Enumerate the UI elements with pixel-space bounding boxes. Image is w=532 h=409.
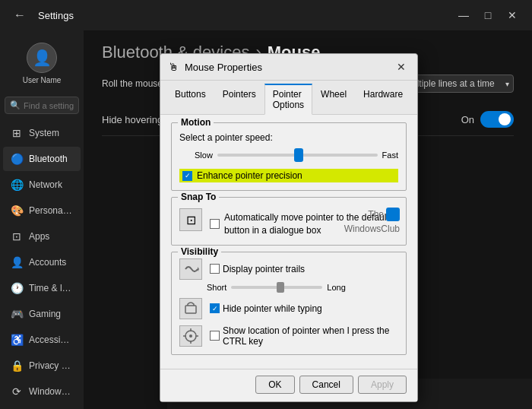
ctrl-row: Show location of pointer when I press th… <box>179 325 398 347</box>
sidebar-item-label: Gaming <box>29 309 61 319</box>
dialog-tabs: Buttons Pointers Pointer Options Wheel H… <box>160 81 417 115</box>
accessibility-icon: ♿ <box>11 334 23 346</box>
windows-update-icon: ⟳ <box>11 385 23 398</box>
content-area: Bluetooth & devices › Mouse Roll the mou… <box>84 30 532 409</box>
speed-track <box>217 154 378 157</box>
minimize-button[interactable]: — <box>453 5 474 26</box>
sidebar-item-windows-update[interactable]: ⟳ Windows Update <box>3 379 81 404</box>
sidebar: 👤 User Name 🔍 ⊞ System 🔵 Bluetooth 🌐 Net… <box>0 30 84 409</box>
ctrl-icon <box>179 325 202 347</box>
motion-section: Motion Select a pointer speed: Slow Fast <box>171 122 407 191</box>
snap-icon: ⊡ <box>179 208 202 231</box>
cancel-button[interactable]: Cancel <box>299 376 353 394</box>
sidebar-item-network[interactable]: 🌐 Network <box>3 173 81 197</box>
sidebar-item-gaming[interactable]: 🎮 Gaming <box>3 302 81 326</box>
slow-label: Slow <box>195 151 213 160</box>
watermark-line1: The <box>368 209 384 220</box>
short-label: Short <box>207 283 226 292</box>
sidebar-item-label: Time & la... <box>29 283 73 293</box>
trails-icon <box>179 258 202 280</box>
tab-hardware[interactable]: Hardware <box>355 84 411 114</box>
precision-row[interactable]: Enhance pointer precision <box>179 169 398 182</box>
back-button[interactable]: ← <box>9 5 30 26</box>
tab-buttons[interactable]: Buttons <box>166 84 214 114</box>
snap-checkbox[interactable] <box>210 219 220 229</box>
sidebar-item-time[interactable]: 🕐 Time & la... <box>3 276 81 300</box>
ctrl-checkbox[interactable] <box>210 331 220 341</box>
sidebar-item-privacy[interactable]: 🔒 Privacy & ... <box>3 354 81 378</box>
sidebar-item-label: System <box>29 128 59 138</box>
tab-wheel[interactable]: Wheel <box>312 84 355 114</box>
precision-checkbox[interactable] <box>182 171 192 181</box>
sidebar-item-label: Apps <box>29 231 49 242</box>
sidebar-item-label: Personali... <box>29 205 73 216</box>
apply-button[interactable]: Apply <box>358 376 407 394</box>
svg-marker-0 <box>198 267 199 271</box>
dialog-title-left: 🖱 Mouse Properties <box>168 61 262 73</box>
fast-label: Fast <box>382 151 398 160</box>
hide-row: Hide pointer while typing <box>179 298 398 319</box>
ctrl-label: Show location of pointer when I press th… <box>223 325 398 347</box>
accounts-icon: 👤 <box>11 256 23 268</box>
svg-point-3 <box>189 334 192 338</box>
speed-thumb[interactable] <box>294 148 303 162</box>
long-label: Long <box>327 283 345 292</box>
dialog-close-button[interactable]: ✕ <box>393 59 410 75</box>
motion-section-title: Motion <box>178 117 214 128</box>
hide-label: Hide pointer while typing <box>223 303 322 314</box>
sidebar-item-label: Privacy & ... <box>29 360 73 371</box>
tab-pointers[interactable]: Pointers <box>214 84 264 114</box>
watermark: The WindowsClub <box>344 208 400 235</box>
precision-label: Enhance pointer precision <box>197 170 302 181</box>
system-icon: ⊞ <box>11 127 23 139</box>
sidebar-item-label: Accessibi... <box>29 334 73 345</box>
svg-rect-1 <box>185 306 196 313</box>
privacy-icon: 🔒 <box>11 360 23 372</box>
dialog-footer: OK Cancel Apply <box>160 369 417 401</box>
snap-section: Snap To ⊡ Automatically move pointer to … <box>171 197 407 246</box>
trails-checkbox[interactable] <box>210 264 220 274</box>
search-icon: 🔍 <box>10 100 21 110</box>
trails-track <box>231 286 322 289</box>
visibility-section: Visibility Display pointer trails Short <box>171 252 407 355</box>
trails-label: Display pointer trails <box>223 264 305 274</box>
time-icon: 🕐 <box>11 282 23 294</box>
app-title: Settings <box>38 10 74 21</box>
sidebar-item-label: Accounts <box>29 257 66 268</box>
bluetooth-icon: 🔵 <box>11 153 23 165</box>
trails-row: Display pointer trails <box>179 258 398 280</box>
hide-checkbox[interactable] <box>210 303 220 313</box>
dialog-icon: 🖱 <box>168 61 180 73</box>
snap-row: ⊡ Automatically move pointer to the defa… <box>179 204 398 237</box>
gaming-icon: 🎮 <box>11 308 23 320</box>
sidebar-item-accessibility[interactable]: ♿ Accessibi... <box>3 328 81 352</box>
speed-label: Select a pointer speed: <box>179 132 398 143</box>
snap-section-title: Snap To <box>178 192 219 202</box>
speed-row: Slow Fast <box>179 147 398 163</box>
title-bar: ← Settings — □ ✕ <box>0 0 532 30</box>
watermark-line2: WindowsClub <box>344 224 400 234</box>
maximize-button[interactable]: □ <box>477 5 499 26</box>
search-box[interactable]: 🔍 <box>5 97 79 114</box>
watermark-icon <box>386 208 400 221</box>
trails-thumb[interactable] <box>277 282 284 293</box>
avatar: 👤 <box>27 43 57 73</box>
apps-icon: ⊡ <box>11 230 23 243</box>
hide-icon <box>179 298 202 319</box>
sidebar-item-label: Bluetooth <box>29 154 68 164</box>
search-input[interactable] <box>24 101 74 110</box>
sidebar-item-label: Network <box>29 179 62 190</box>
dialog-body: Motion Select a pointer speed: Slow Fast <box>160 115 417 369</box>
mouse-properties-dialog: 🖱 Mouse Properties ✕ Buttons Pointers Po… <box>160 53 418 402</box>
sidebar-item-apps[interactable]: ⊡ Apps <box>3 224 81 249</box>
tab-pointer-options[interactable]: Pointer Options <box>264 84 312 115</box>
dialog-overlay: 🖱 Mouse Properties ✕ Buttons Pointers Po… <box>84 30 532 409</box>
dialog-titlebar: 🖱 Mouse Properties ✕ <box>160 54 417 81</box>
sidebar-item-personalization[interactable]: 🎨 Personali... <box>3 198 81 223</box>
sidebar-item-system[interactable]: ⊞ System <box>3 121 81 145</box>
sidebar-item-bluetooth[interactable]: 🔵 Bluetooth <box>3 147 81 171</box>
close-button[interactable]: ✕ <box>502 5 523 26</box>
sidebar-item-accounts[interactable]: 👤 Accounts <box>3 250 81 274</box>
ok-button[interactable]: OK <box>255 376 294 394</box>
user-name: User Name <box>23 76 62 84</box>
